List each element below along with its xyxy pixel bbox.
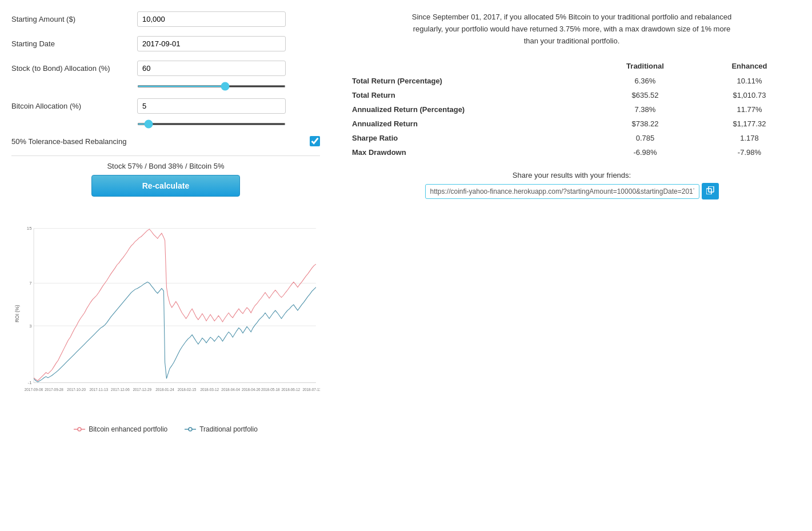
svg-text:7: 7 <box>29 281 31 286</box>
chart-container: ROI (%) 15 7 3 -1 2017-09-06 2017- <box>11 208 320 433</box>
svg-text:15: 15 <box>27 226 32 231</box>
share-section: Share your results with your friends: <box>343 171 801 199</box>
row-enhanced: 11.77% <box>698 102 801 117</box>
share-url-input[interactable] <box>425 184 699 199</box>
row-label: Max Drawdown <box>343 145 592 159</box>
svg-text:2018-04-04: 2018-04-04 <box>221 388 240 392</box>
starting-date-label: Starting Date <box>11 39 137 48</box>
row-enhanced: 10.11% <box>698 74 801 88</box>
results-table: Traditional Enhanced Total Return (Perce… <box>343 58 801 159</box>
row-enhanced: $1,010.73 <box>698 88 801 102</box>
svg-text:2018-01-24: 2018-01-24 <box>155 388 174 392</box>
stock-bond-label: Stock (to Bond) Allocation (%) <box>11 64 137 73</box>
allocation-text: Stock 57% / Bond 38% / Bitcoin 5% <box>11 162 320 170</box>
chart-legend: Bitcoin enhanced portfolio Traditional p… <box>11 425 320 433</box>
legend-traditional: Traditional portfolio <box>185 425 258 433</box>
rebalancing-label: 50% Tolerance-based Rebalancing <box>11 137 310 146</box>
y-axis-label: ROI (%) <box>14 305 20 322</box>
rebalancing-row: 50% Tolerance-based Rebalancing <box>11 136 320 146</box>
svg-text:2018-02-15: 2018-02-15 <box>178 388 197 392</box>
svg-text:2017-09-28: 2017-09-28 <box>45 388 63 392</box>
svg-text:2018-03-12: 2018-03-12 <box>200 388 219 392</box>
svg-text:2017-09-06: 2017-09-06 <box>25 388 43 392</box>
row-traditional: -6.98% <box>592 145 698 159</box>
svg-text:2018-04-26: 2018-04-26 <box>242 388 261 392</box>
bitcoin-alloc-row: Bitcoin Allocation (%) <box>11 98 320 114</box>
row-enhanced: 1.178 <box>698 131 801 145</box>
row-traditional: 6.36% <box>592 74 698 88</box>
starting-date-row: Starting Date <box>11 36 320 51</box>
row-traditional: 7.38% <box>592 102 698 117</box>
svg-text:2017-12-06: 2017-12-06 <box>111 388 130 392</box>
row-traditional: 0.785 <box>592 131 698 145</box>
right-panel: Since September 01, 2017, if you allocat… <box>343 11 801 433</box>
svg-text:2018-05-18: 2018-05-18 <box>261 388 280 392</box>
results-row-4: Sharpe Ratio 0.785 1.178 <box>343 131 801 145</box>
col-label-header <box>343 58 592 74</box>
results-row-3: Annualized Return $738.22 $1,177.32 <box>343 117 801 131</box>
bitcoin-alloc-label: Bitcoin Allocation (%) <box>11 102 137 110</box>
starting-amount-row: Starting Amount ($) <box>11 11 320 27</box>
row-label: Annualized Return (Percentage) <box>343 102 592 117</box>
row-enhanced: -7.98% <box>698 145 801 159</box>
svg-text:2017-10-20: 2017-10-20 <box>67 388 86 392</box>
svg-text:3: 3 <box>29 324 31 329</box>
results-row-2: Annualized Return (Percentage) 7.38% 11.… <box>343 102 801 117</box>
legend-bitcoin-label: Bitcoin enhanced portfolio <box>89 425 167 433</box>
stock-bond-slider-row <box>11 81 320 89</box>
starting-date-input[interactable] <box>137 36 286 51</box>
summary-text: Since September 01, 2017, if you allocat… <box>412 11 732 47</box>
legend-bitcoin-enhanced: Bitcoin enhanced portfolio <box>74 425 167 433</box>
stock-bond-row: Stock (to Bond) Allocation (%) <box>11 61 320 76</box>
svg-text:-1: -1 <box>28 380 32 385</box>
roi-chart: ROI (%) 15 7 3 -1 2017-09-06 2017- <box>11 208 320 419</box>
row-label: Total Return (Percentage) <box>343 74 592 88</box>
results-row-0: Total Return (Percentage) 6.36% 10.11% <box>343 74 801 88</box>
bitcoin-alloc-slider[interactable] <box>137 123 286 125</box>
svg-text:2018-06-12: 2018-06-12 <box>282 388 301 392</box>
row-enhanced: $1,177.32 <box>698 117 801 131</box>
svg-text:2017-12-29: 2017-12-29 <box>133 388 151 392</box>
bitcoin-alloc-input[interactable] <box>137 98 286 114</box>
rebalancing-checkbox[interactable] <box>310 136 320 146</box>
row-traditional: $738.22 <box>592 117 698 131</box>
starting-amount-label: Starting Amount ($) <box>11 15 137 23</box>
share-input-row <box>343 183 801 199</box>
results-row-5: Max Drawdown -6.98% -7.98% <box>343 145 801 159</box>
stock-bond-slider[interactable] <box>137 85 286 87</box>
share-label: Share your results with your friends: <box>343 171 801 179</box>
results-row-1: Total Return $635.52 $1,010.73 <box>343 88 801 102</box>
row-traditional: $635.52 <box>592 88 698 102</box>
bitcoin-alloc-slider-row <box>11 118 320 127</box>
col-traditional-header: Traditional <box>592 58 698 74</box>
row-label: Sharpe Ratio <box>343 131 592 145</box>
recalculate-button[interactable]: Re-calculate <box>91 175 240 197</box>
row-label: Annualized Return <box>343 117 592 131</box>
legend-traditional-label: Traditional portfolio <box>199 425 258 433</box>
stock-bond-input[interactable] <box>137 61 286 76</box>
svg-text:2017-11-13: 2017-11-13 <box>89 388 108 392</box>
left-panel: Starting Amount ($) Starting Date Stock … <box>11 11 320 433</box>
starting-amount-input[interactable] <box>137 11 286 27</box>
copy-button[interactable] <box>702 183 719 199</box>
svg-text:2018-07-13: 2018-07-13 <box>302 388 320 392</box>
col-enhanced-header: Enhanced <box>698 58 801 74</box>
row-label: Total Return <box>343 88 592 102</box>
